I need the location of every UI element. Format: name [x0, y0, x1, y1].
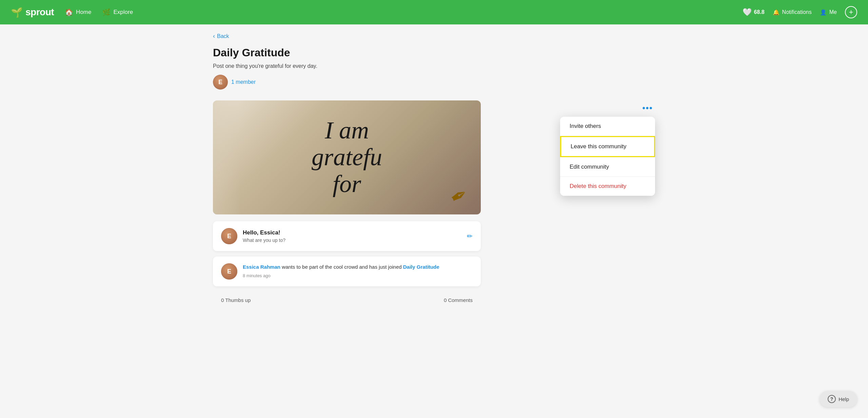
bell-icon: 🔔: [773, 9, 780, 16]
activity-card: E Essica Rahman wants to be part of the …: [213, 256, 481, 286]
activity-avatar: E: [221, 263, 237, 280]
avatar-face: E: [213, 75, 228, 90]
post-avatar: E: [221, 228, 237, 244]
delete-community-item[interactable]: Delete this community: [560, 177, 655, 196]
members-row: E 1 member: [213, 75, 655, 90]
activity-text: Essica Rahman wants to be part of the co…: [243, 263, 439, 271]
logo-icon: 🌱: [11, 7, 23, 18]
post-content: Hello, Essica! What are you up to?: [243, 229, 461, 243]
content-area: ••• Invite others Leave this community E…: [213, 100, 655, 308]
more-options-button[interactable]: •••: [640, 100, 655, 115]
member-count[interactable]: 1 member: [231, 79, 256, 85]
community-image: I amgratefufor ✒: [213, 100, 481, 214]
edit-post-icon[interactable]: ✏: [467, 232, 473, 240]
logo[interactable]: 🌱 sprout: [11, 7, 54, 18]
paper-edge: [213, 100, 240, 214]
header-left: 🌱 sprout 🏠 Home 🌿 Explore: [11, 7, 133, 18]
community-description: Post one thing you're grateful for every…: [213, 63, 655, 69]
leave-community-item[interactable]: Leave this community: [560, 136, 655, 157]
activity-user-link[interactable]: Essica Rahman: [243, 264, 280, 270]
heart-icon: 🤍: [743, 8, 752, 17]
member-avatar: E: [213, 75, 228, 90]
help-button[interactable]: ? Help: [820, 391, 857, 407]
user-icon: 👤: [820, 9, 827, 16]
post-subtitle: What are you up to?: [243, 238, 461, 243]
comments-count: 0 Comments: [444, 297, 473, 303]
back-button[interactable]: ‹ Back: [213, 33, 229, 40]
edit-community-item[interactable]: Edit community: [560, 157, 655, 176]
thumbs-up-count: 0 Thumbs up: [221, 297, 251, 303]
notifications-button[interactable]: 🔔 Notifications: [773, 9, 812, 16]
activity-time: 8 minutes ago: [243, 273, 439, 278]
three-dots-icon: •••: [642, 103, 653, 113]
heart-count[interactable]: 🤍 68.8: [743, 8, 764, 17]
main-header: 🌱 sprout 🏠 Home 🌿 Explore 🤍 68.8 🔔 Notif…: [0, 0, 868, 24]
pen-decoration: ✒: [446, 181, 472, 210]
nav-home[interactable]: 🏠 Home: [65, 8, 91, 16]
post-card: E Hello, Essica! What are you up to? ✏: [213, 221, 481, 251]
stats-row: 0 Thumbs up 0 Comments: [213, 292, 481, 308]
community-title: Daily Gratitude: [213, 46, 655, 59]
activity-inner: E Essica Rahman wants to be part of the …: [221, 263, 473, 280]
add-button[interactable]: +: [845, 6, 857, 18]
home-icon: 🏠: [65, 8, 73, 16]
post-title: Hello, Essica!: [243, 229, 461, 236]
image-text: I amgratefufor: [312, 117, 382, 198]
back-arrow-icon: ‹: [213, 33, 215, 40]
help-icon: ?: [828, 395, 836, 403]
header-right: 🤍 68.8 🔔 Notifications 👤 Me +: [743, 6, 857, 18]
invite-others-item[interactable]: Invite others: [560, 117, 655, 136]
me-button[interactable]: 👤 Me: [820, 9, 837, 16]
nav-explore[interactable]: 🌿 Explore: [102, 8, 133, 16]
activity-content: Essica Rahman wants to be part of the co…: [243, 263, 439, 278]
main-content: ‹ Back Daily Gratitude Post one thing yo…: [197, 24, 671, 317]
dropdown-menu: Invite others Leave this community Edit …: [560, 117, 655, 196]
logo-text: sprout: [25, 7, 54, 18]
explore-icon: 🌿: [102, 8, 111, 16]
